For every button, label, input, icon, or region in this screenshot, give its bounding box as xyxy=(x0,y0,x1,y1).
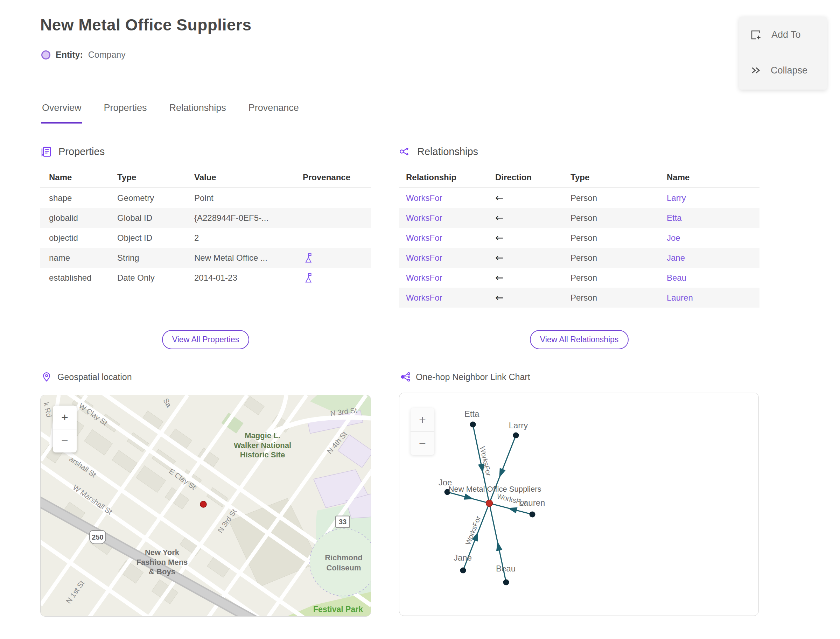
node-etta[interactable] xyxy=(470,422,476,428)
provenance-flag-icon[interactable] xyxy=(303,272,371,283)
entity-type-row: Entity: Company xyxy=(41,50,126,60)
properties-section-header: Properties xyxy=(40,146,105,157)
map-zoom-in-button[interactable]: + xyxy=(53,405,76,429)
link-chart[interactable]: + − Etta Larry Joe Lauren Jane Beau New … xyxy=(399,393,759,616)
relationship-link[interactable]: WorksFor xyxy=(406,193,442,203)
link-chart-section-header: One-hop Neighbor Link Chart xyxy=(400,372,530,382)
add-to-label: Add To xyxy=(772,29,801,40)
add-to-icon xyxy=(750,29,762,40)
poi-label-festival-park: Festival Park xyxy=(313,605,363,614)
poi-label-richmond-coliseum: Richmond Coliseum xyxy=(325,553,363,573)
relationship-link[interactable]: WorksFor xyxy=(406,213,442,223)
table-row: established Date Only 2014-01-23 xyxy=(40,268,371,288)
location-marker xyxy=(200,501,207,507)
node-label-larry: Larry xyxy=(509,421,528,431)
node-lauren[interactable] xyxy=(530,512,536,518)
table-row: shape Geometry Point xyxy=(40,188,371,208)
map-zoom-control: + − xyxy=(53,405,76,453)
table-row: objectid Object ID 2 xyxy=(40,228,371,248)
table-row: WorksFor ← Person Joe xyxy=(399,228,759,248)
node-beau[interactable] xyxy=(503,580,509,585)
entity-link[interactable]: Lauren xyxy=(667,293,693,302)
entity-link[interactable]: Beau xyxy=(667,273,686,282)
col-relationship: Relationship xyxy=(399,173,495,182)
table-row: WorksFor ← Person Jane xyxy=(399,248,759,268)
table-row: globalid Global ID {A228944F-0EF5-... xyxy=(40,208,371,228)
one-hop-network-icon xyxy=(400,372,410,382)
properties-icon xyxy=(40,146,52,157)
entity-value: Company xyxy=(88,50,126,60)
view-all-relationships-button[interactable]: View All Relationships xyxy=(530,330,629,349)
relationships-table-header: Relationship Direction Type Name xyxy=(399,167,759,188)
chart-zoom-in-button[interactable]: + xyxy=(410,408,434,432)
col-direction: Direction xyxy=(495,173,571,182)
chart-zoom-out-button[interactable]: − xyxy=(410,432,434,455)
col-provenance: Provenance xyxy=(292,173,371,182)
entity-label: Entity: xyxy=(56,50,83,60)
node-label-beau: Beau xyxy=(496,564,515,574)
node-label-center: New Metal Office Suppliers xyxy=(449,485,541,494)
entity-detail-page: New Metal Office Suppliers Entity: Compa… xyxy=(0,0,840,639)
provenance-flag-icon[interactable] xyxy=(303,252,371,264)
floating-actions-panel: Add To Collapse xyxy=(739,17,827,90)
poi-label-ny-fashion: New York Fashion Mens & Boys xyxy=(137,548,188,577)
view-all-relationships-wrap: View All Relationships xyxy=(399,330,759,349)
page-title: New Metal Office Suppliers xyxy=(40,15,251,34)
relationship-link[interactable]: WorksFor xyxy=(406,233,442,243)
route-shield-33: 33 xyxy=(335,516,350,528)
route-shield-250: 250 xyxy=(89,530,106,544)
tab-relationships[interactable]: Relationships xyxy=(169,103,227,124)
entity-link[interactable]: Jane xyxy=(667,253,685,262)
col-value: Value xyxy=(194,173,292,182)
direction-arrow: ← xyxy=(495,232,503,243)
geospatial-section-header: Geospatial location xyxy=(41,372,132,382)
relationships-section-title: Relationships xyxy=(417,146,478,157)
entity-link[interactable]: Larry xyxy=(667,193,686,203)
view-all-properties-button[interactable]: View All Properties xyxy=(162,330,249,349)
collapse-chevrons-icon xyxy=(750,65,761,76)
node-label-etta: Etta xyxy=(465,409,479,419)
node-center[interactable] xyxy=(486,500,493,507)
properties-table-header: Name Type Value Provenance xyxy=(40,167,371,188)
col-name: Name xyxy=(667,173,759,182)
chart-zoom-control: + − xyxy=(410,408,434,455)
relationship-link[interactable]: WorksFor xyxy=(406,273,442,282)
relationships-section-header: Relationships xyxy=(399,146,478,157)
relationships-icon xyxy=(399,146,411,157)
tab-overview[interactable]: Overview xyxy=(41,103,82,124)
view-all-properties-wrap: View All Properties xyxy=(40,330,371,349)
node-label-lauren: Lauren xyxy=(519,498,545,508)
col-type: Type xyxy=(571,173,667,182)
relationship-link[interactable]: WorksFor xyxy=(406,253,442,262)
tab-provenance[interactable]: Provenance xyxy=(248,103,300,124)
table-row: WorksFor ← Person Lauren xyxy=(399,288,759,308)
table-row: WorksFor ← Person Beau xyxy=(399,268,759,288)
direction-arrow: ← xyxy=(495,272,503,283)
node-jane[interactable] xyxy=(460,567,466,574)
link-chart-section-title: One-hop Neighbor Link Chart xyxy=(416,372,530,382)
node-label-jane: Jane xyxy=(453,553,472,563)
entity-type-icon xyxy=(41,50,50,59)
direction-arrow: ← xyxy=(495,212,503,224)
poi-label-maggie-walker: Maggie L. Walker National Historic Site xyxy=(234,431,291,460)
collapse-button[interactable]: Collapse xyxy=(739,59,827,81)
map-basemap xyxy=(41,395,371,617)
map-zoom-out-button[interactable]: − xyxy=(53,429,76,453)
relationship-link[interactable]: WorksFor xyxy=(406,293,442,302)
col-name: Name xyxy=(40,173,117,182)
entity-link[interactable]: Joe xyxy=(667,233,680,243)
node-larry[interactable] xyxy=(513,432,519,439)
properties-table: Name Type Value Provenance shape Geometr… xyxy=(40,167,371,288)
table-row: WorksFor ← Person Larry xyxy=(399,188,759,208)
direction-arrow: ← xyxy=(495,252,503,264)
add-to-button[interactable]: Add To xyxy=(739,24,827,46)
col-type: Type xyxy=(117,173,194,182)
map[interactable]: + − k Rd W Clay St Sa arshall St W Marsh… xyxy=(40,395,371,617)
table-row: WorksFor ← Person Etta xyxy=(399,208,759,228)
direction-arrow: ← xyxy=(495,192,503,203)
link-chart-graph xyxy=(399,393,759,616)
map-pin-icon xyxy=(41,372,52,382)
tab-properties[interactable]: Properties xyxy=(103,103,148,124)
geospatial-section-title: Geospatial location xyxy=(57,372,132,382)
entity-link[interactable]: Etta xyxy=(667,213,682,223)
